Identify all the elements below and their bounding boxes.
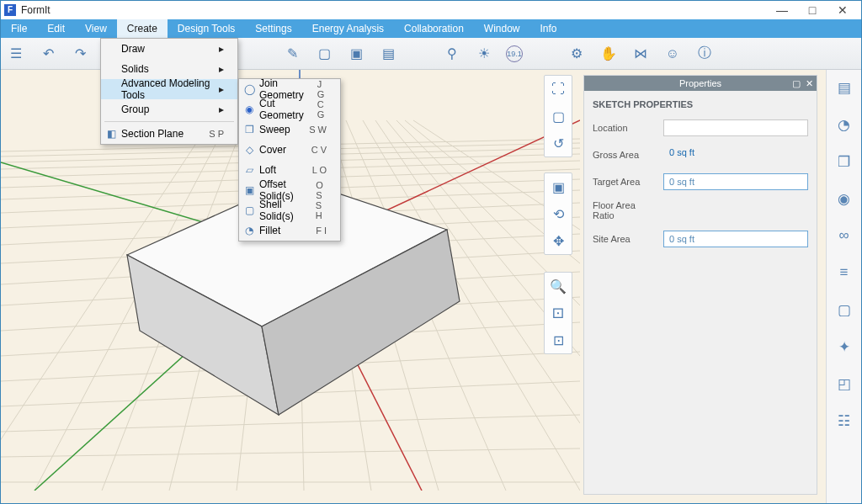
panel-close-icon[interactable]: ✕ bbox=[806, 78, 813, 89]
menu-advanced-modeling[interactable]: Advanced Modeling Tools▸ bbox=[101, 79, 237, 99]
create-dropdown: Draw▸ Solids▸ Advanced Modeling Tools▸ G… bbox=[100, 38, 238, 145]
title-bar: F FormIt — □ ✕ bbox=[1, 1, 861, 19]
pan-icon[interactable]: ✥ bbox=[547, 230, 569, 252]
location-row: Location bbox=[593, 119, 808, 136]
rail-camera-icon[interactable]: ◉ bbox=[833, 188, 855, 210]
properties-panel: Properties ▢ ✕ SKETCH PROPERTIES Locatio… bbox=[583, 75, 817, 495]
sweep-icon: ❐ bbox=[242, 123, 256, 136]
undo-icon[interactable]: ↶ bbox=[38, 44, 58, 64]
rail-box-icon[interactable]: ▢ bbox=[833, 299, 855, 321]
location-label: Location bbox=[593, 123, 658, 133]
gear-icon[interactable]: ⚙ bbox=[567, 44, 587, 64]
location-input[interactable] bbox=[663, 119, 808, 136]
menu-file[interactable]: File bbox=[1, 19, 37, 38]
right-rail: ▤ ◔ ❐ ◉ ∞ ≡ ▢ ✦ ◰ ☷ bbox=[826, 70, 861, 503]
close-button[interactable]: ✕ bbox=[827, 3, 858, 17]
menu-collaboration[interactable]: Collaboration bbox=[394, 19, 474, 38]
nav-tools-bar: ▣ ⟲ ✥ bbox=[544, 172, 572, 255]
offset-icon: ▣ bbox=[242, 183, 256, 197]
zoom-tools-bar: 🔍 ⚀ ⊡ bbox=[544, 272, 572, 354]
menu-group[interactable]: Group▸ bbox=[101, 99, 237, 119]
panel-title: Properties bbox=[679, 78, 721, 88]
menu-loft[interactable]: ▱ LoftL O bbox=[239, 160, 340, 180]
cube-x-icon[interactable]: ▤ bbox=[378, 44, 398, 64]
menu-design-tools[interactable]: Design Tools bbox=[168, 19, 245, 38]
svg-line-2 bbox=[1, 415, 580, 432]
rail-stack-icon[interactable]: ☷ bbox=[833, 410, 855, 432]
site-area-input[interactable] bbox=[663, 231, 808, 247]
rail-layers-icon[interactable]: ❐ bbox=[833, 151, 855, 172]
view-tools-bar: ⛶ ▢ ↺ bbox=[544, 75, 572, 157]
zoom-fit-icon[interactable]: ⊡ bbox=[547, 329, 569, 351]
target-area-row: Target Area bbox=[593, 173, 808, 190]
menu-cut-geometry[interactable]: ◉ Cut GeometryC G bbox=[239, 99, 340, 119]
menu-view[interactable]: View bbox=[75, 19, 117, 38]
menu-cover[interactable]: ◇ CoverC V bbox=[239, 140, 340, 160]
fillet-icon: ◔ bbox=[242, 224, 256, 237]
zoom-window-icon[interactable]: ⚀ bbox=[547, 302, 569, 324]
edit-icon[interactable]: ✎ bbox=[282, 44, 302, 64]
far-label: Floor Area Ratio bbox=[593, 200, 658, 220]
redo-icon[interactable]: ↷ bbox=[70, 44, 90, 64]
window-title: FormIt bbox=[21, 4, 767, 16]
gross-area-row: Gross Area 0 sq ft bbox=[593, 146, 808, 163]
user-icon[interactable]: ☺ bbox=[662, 44, 683, 64]
cube-icon[interactable]: ▢ bbox=[314, 44, 334, 64]
target-area-label: Target Area bbox=[593, 177, 658, 187]
rail-list-icon[interactable]: ▤ bbox=[833, 77, 855, 98]
loft-icon: ▱ bbox=[242, 163, 256, 177]
gross-area-value: 0 sq ft bbox=[663, 146, 808, 163]
panel-pin-icon[interactable]: ▢ bbox=[792, 78, 801, 89]
rotate-icon[interactable]: ⟲ bbox=[547, 203, 569, 225]
menu-edit[interactable]: Edit bbox=[37, 19, 75, 38]
rail-cube-icon[interactable]: ◰ bbox=[833, 373, 855, 395]
menu-draw[interactable]: Draw▸ bbox=[101, 39, 237, 59]
gross-area-label: Gross Area bbox=[593, 150, 658, 160]
menu-fillet[interactable]: ◔ FilletF I bbox=[239, 220, 340, 241]
menu-join-geometry[interactable]: ◯ Join GeometryJ G bbox=[239, 79, 340, 99]
menu-window[interactable]: Window bbox=[474, 19, 530, 38]
cube-plus-icon[interactable]: ▣ bbox=[346, 44, 366, 64]
rail-glasses-icon[interactable]: ∞ bbox=[833, 225, 855, 247]
cut-icon: ◉ bbox=[242, 103, 256, 116]
maximize-button[interactable]: □ bbox=[797, 3, 827, 17]
orbit-icon[interactable]: ↺ bbox=[547, 132, 569, 154]
site-area-row: Site Area bbox=[593, 231, 808, 247]
sun-icon[interactable]: ☀ bbox=[474, 44, 494, 64]
menu-shell-solid[interactable]: ▢ Shell Solid(s)S H bbox=[239, 200, 340, 220]
fit-view-icon[interactable]: ⛶ bbox=[547, 78, 569, 100]
menu-sweep[interactable]: ❐ SweepS W bbox=[239, 119, 340, 140]
value-badge[interactable]: 19.1 bbox=[506, 45, 523, 62]
menu-section-plane[interactable]: ◧ Section Plane S P bbox=[101, 124, 237, 144]
menu-separator bbox=[104, 121, 234, 122]
view-cube-icon[interactable]: ▢ bbox=[547, 105, 569, 127]
menu-info[interactable]: Info bbox=[530, 19, 567, 38]
advanced-modeling-submenu: ◯ Join GeometryJ G ◉ Cut GeometryC G ❐ S… bbox=[238, 78, 341, 241]
section-plane-icon: ◧ bbox=[104, 127, 118, 141]
cover-icon: ◇ bbox=[242, 143, 256, 157]
rail-palette-icon[interactable]: ◔ bbox=[833, 114, 855, 135]
far-row: Floor Area Ratio bbox=[593, 200, 808, 220]
minimize-button[interactable]: — bbox=[767, 3, 797, 17]
svg-line-1 bbox=[1, 448, 580, 457]
menu-offset-solid[interactable]: ▣ Offset Solid(s)O S bbox=[239, 180, 340, 200]
rail-tree-icon[interactable]: ≡ bbox=[833, 262, 855, 284]
info-icon[interactable]: ⓘ bbox=[694, 44, 715, 64]
share-icon[interactable]: ⋈ bbox=[631, 44, 651, 64]
join-icon: ◯ bbox=[242, 82, 256, 96]
zoom-icon[interactable]: 🔍 bbox=[547, 275, 569, 297]
cube-outline-icon[interactable]: ▣ bbox=[547, 176, 569, 198]
menu-settings[interactable]: Settings bbox=[245, 19, 301, 38]
app-logo-icon: F bbox=[4, 4, 16, 16]
menu-bar: File Edit View Create Design Tools Setti… bbox=[1, 19, 861, 38]
menu-create[interactable]: Create bbox=[117, 19, 168, 38]
menu-energy-analysis[interactable]: Energy Analysis bbox=[302, 19, 394, 38]
pin-icon[interactable]: ⚲ bbox=[442, 44, 462, 64]
shell-icon: ▢ bbox=[242, 204, 256, 217]
list-icon[interactable]: ☰ bbox=[6, 44, 26, 64]
menu-solids[interactable]: Solids▸ bbox=[101, 59, 237, 79]
hand-icon[interactable]: ✋ bbox=[599, 44, 619, 64]
panel-header[interactable]: Properties ▢ ✕ bbox=[584, 76, 817, 91]
rail-target-icon[interactable]: ✦ bbox=[833, 336, 855, 358]
target-area-input[interactable] bbox=[663, 173, 808, 190]
